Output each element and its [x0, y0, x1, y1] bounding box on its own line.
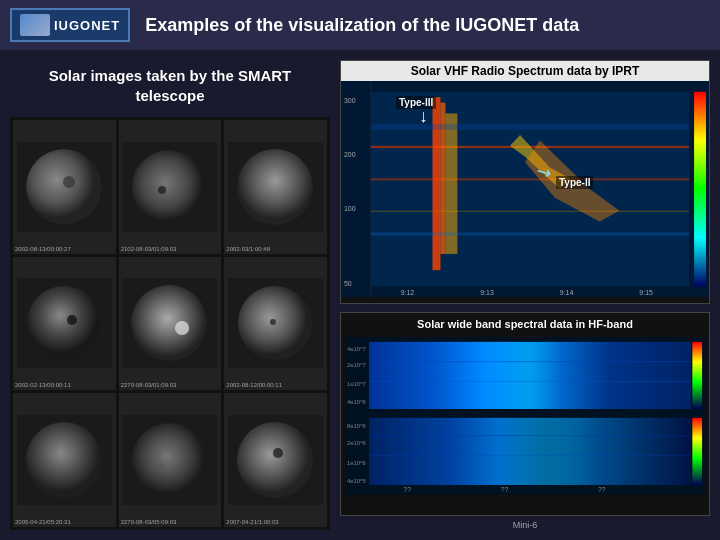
- timestamp-5: 2270-08-03/01:09:03: [121, 382, 177, 388]
- solar-cell-6: 2002-08-12/00:00:11: [224, 257, 327, 391]
- timestamp-8: 2270-08-03/05:09:03: [121, 519, 177, 525]
- solar-cell-1: 2002-08-13/00:00:27: [13, 120, 116, 254]
- solar-image-grid: 2002-08-13/00:00:27 2102-08-03/01:: [10, 117, 330, 530]
- svg-point-13: [131, 285, 207, 361]
- timestamp-9: 2007-04-21/1:00:03: [226, 519, 278, 525]
- svg-rect-60: [692, 342, 702, 409]
- svg-text:1e10^7: 1e10^7: [347, 382, 366, 388]
- solar-cell-8: 2270-08-03/05:09:03: [119, 393, 222, 527]
- svg-point-8: [237, 149, 313, 225]
- svg-point-11: [67, 315, 77, 325]
- page-title: Examples of the visualization of the IUG…: [145, 15, 579, 36]
- svg-rect-34: [433, 97, 441, 270]
- main-content: Solar images taken by the SMART telescop…: [0, 50, 720, 540]
- hf-title: Solar wide band spectral data in HF-band: [341, 313, 709, 335]
- solar-cell-7: 2005-04-21/05:20:31: [13, 393, 116, 527]
- timestamp-6: 2002-08-12/00:00:11: [226, 382, 282, 388]
- solar-images-title: Solar images taken by the SMART telescop…: [10, 60, 330, 111]
- svg-point-3: [63, 176, 75, 188]
- vhf-section: Solar VHF Radio Spectrum data by IPRT: [340, 60, 710, 304]
- svg-text:8e10^6: 8e10^6: [347, 423, 366, 429]
- hf-chart: 4e10^7 2e10^7 1e10^7 4e10^6 8e10^6 2e10^…: [341, 335, 709, 497]
- svg-point-25: [237, 422, 313, 498]
- solar-cell-9: 2007-04-21/1:00:03: [224, 393, 327, 527]
- svg-rect-41: [694, 92, 706, 287]
- svg-text:9:15: 9:15: [639, 288, 653, 297]
- solar-cell-4: 2002-02-13/00:00:11: [13, 257, 116, 391]
- svg-rect-53: [369, 342, 690, 409]
- svg-text:200: 200: [344, 149, 356, 158]
- left-panel: Solar images taken by the SMART telescop…: [10, 60, 330, 530]
- svg-rect-40: [371, 232, 689, 235]
- right-panel: Solar VHF Radio Spectrum data by IPRT: [340, 60, 710, 530]
- svg-point-20: [26, 422, 102, 498]
- svg-point-2: [26, 149, 102, 225]
- svg-point-6: [158, 186, 166, 194]
- logo: IUGONET: [10, 8, 130, 42]
- svg-rect-31: [371, 178, 689, 180]
- svg-point-5: [132, 150, 206, 224]
- svg-text:300: 300: [344, 95, 356, 104]
- svg-text:??: ??: [501, 486, 509, 493]
- svg-text:9:13: 9:13: [480, 288, 494, 297]
- solar-cell-5: 2270-08-03/01:09:03: [119, 257, 222, 391]
- svg-point-22: [132, 423, 206, 497]
- svg-text:2e10^7: 2e10^7: [347, 362, 366, 368]
- vhf-chart: 300 200 100 50 9:12 9:13 9:14 9:15 Type-…: [341, 81, 709, 297]
- svg-text:??: ??: [598, 486, 606, 493]
- svg-point-18: [270, 319, 276, 325]
- svg-rect-32: [371, 211, 689, 212]
- hf-section: Solar wide band spectral data in HF-band: [340, 312, 710, 516]
- logo-text: IUGONET: [54, 18, 120, 33]
- timestamp-7: 2005-04-21/05:20:31: [15, 519, 71, 525]
- timestamp-4: 2002-02-13/00:00:11: [15, 382, 71, 388]
- mini-label: Mini-6: [340, 520, 710, 530]
- svg-text:9:12: 9:12: [401, 288, 415, 297]
- type3-arrow: ↓: [419, 106, 428, 127]
- svg-text:1e10^6: 1e10^6: [347, 461, 366, 467]
- svg-text:4e10^5: 4e10^5: [347, 478, 367, 484]
- timestamp-1: 2002-08-13/00:00:27: [15, 246, 71, 252]
- svg-point-15: [175, 321, 189, 335]
- svg-point-26: [273, 448, 283, 458]
- svg-point-23: [156, 463, 164, 471]
- header: IUGONET Examples of the visualization of…: [0, 0, 720, 50]
- timestamp-2: 2102-08-03/01:09:03: [121, 246, 177, 252]
- svg-text:4e10^7: 4e10^7: [347, 346, 366, 352]
- solar-cell-2: 2102-08-03/01:09:03: [119, 120, 222, 254]
- svg-text:50: 50: [344, 279, 352, 288]
- svg-text:2e10^6: 2e10^6: [347, 441, 366, 447]
- solar-cell-3: 2002-03/1:00:48: [224, 120, 327, 254]
- timestamp-3: 2002-03/1:00:48: [226, 246, 270, 252]
- svg-text:??: ??: [403, 486, 411, 493]
- svg-rect-61: [692, 418, 702, 485]
- type2-label: Type-II: [556, 176, 593, 189]
- svg-text:100: 100: [344, 203, 356, 212]
- svg-text:4e10^6: 4e10^6: [347, 400, 366, 406]
- vhf-title: Solar VHF Radio Spectrum data by IPRT: [341, 61, 709, 81]
- type3-label: Type-III: [396, 96, 436, 109]
- logo-icon: [20, 14, 50, 36]
- svg-point-10: [27, 286, 101, 360]
- svg-rect-57: [369, 418, 690, 485]
- svg-text:9:14: 9:14: [560, 288, 574, 297]
